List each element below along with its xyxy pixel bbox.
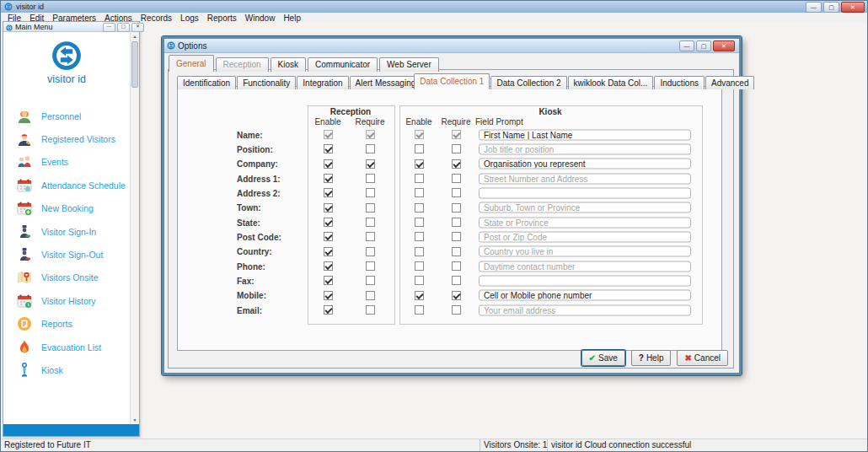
subtab-data-collection-2[interactable]: Data Collection 2 [490,76,566,89]
menu-item-logs[interactable]: Logs [176,13,203,23]
reception-enable-checkbox[interactable] [324,174,333,183]
field-prompt-input[interactable] [479,159,691,170]
close-button[interactable]: ✕ [713,40,735,51]
reception-enable-checkbox[interactable] [324,232,333,241]
subtab-advanced[interactable]: Advanced [705,76,754,89]
tab-reception[interactable]: Reception [216,57,269,72]
help-button[interactable]: ? Help [631,350,672,366]
menu-item-records[interactable]: Records [137,13,176,23]
reception-require-checkbox[interactable] [366,247,375,256]
reception-enable-checkbox[interactable] [324,291,333,300]
reception-require-checkbox[interactable] [366,276,375,285]
field-prompt-input[interactable] [479,261,691,272]
reception-require-checkbox[interactable] [366,305,375,315]
sidebar-item-visitor-sign-out[interactable]: Visitor Sign-Out [3,243,130,266]
scrollbar[interactable]: ▲ ▼ [130,32,139,424]
reception-require-checkbox[interactable] [366,232,375,241]
reception-enable-checkbox[interactable] [324,261,333,271]
reception-require-checkbox[interactable] [366,261,375,271]
kiosk-enable-checkbox[interactable] [415,276,424,285]
reception-require-checkbox[interactable] [366,144,375,153]
subtab-inductions[interactable]: Inductions [654,76,705,89]
tab-web-server[interactable]: Web Server [379,57,439,72]
reception-enable-checkbox[interactable] [324,276,333,285]
sidebar-item-reports[interactable]: Reports [3,313,130,336]
field-prompt-input[interactable] [479,290,691,301]
reception-enable-checkbox[interactable] [324,218,333,227]
kiosk-require-checkbox[interactable] [452,203,461,213]
kiosk-require-checkbox[interactable] [452,291,461,300]
minimize-button[interactable]: — [103,23,115,32]
save-button[interactable]: ✔ Save [581,350,625,366]
field-prompt-input[interactable] [479,173,691,184]
scroll-up-icon[interactable]: ▲ [131,32,139,40]
scroll-down-icon[interactable]: ▼ [131,416,139,424]
reception-enable-checkbox[interactable] [324,305,333,315]
kiosk-enable-checkbox[interactable] [415,232,424,241]
kiosk-require-checkbox[interactable] [452,188,461,197]
menu-item-reports[interactable]: Reports [203,13,241,23]
menu-item-window[interactable]: Window [241,13,280,23]
kiosk-require-checkbox[interactable] [452,174,461,183]
reception-require-checkbox[interactable] [366,159,375,169]
menu-item-help[interactable]: Help [279,13,305,23]
kiosk-require-checkbox[interactable] [452,247,461,256]
minimize-button[interactable]: — [679,40,694,51]
reception-enable-checkbox[interactable] [324,203,333,213]
cancel-button[interactable]: ✖ Cancel [677,350,728,366]
close-button[interactable]: ✕ [841,2,865,13]
reception-require-checkbox[interactable] [366,188,375,197]
sidebar-item-visitor-sign-in[interactable]: Visitor Sign-In [3,220,130,243]
kiosk-require-checkbox[interactable] [452,276,461,285]
reception-enable-checkbox[interactable] [324,188,333,197]
sidebar-item-attendance-schedule[interactable]: Attendance Schedule [3,174,130,196]
subtab-kwiklook-data-collection[interactable]: kwiklook Data Col... [568,76,654,89]
sidebar-item-visitor-history[interactable]: Visitor History [3,289,130,312]
reception-require-checkbox[interactable] [366,203,375,213]
close-button[interactable]: ✕ [131,23,144,32]
subtab-integration[interactable]: Integration [297,76,348,89]
kiosk-enable-checkbox[interactable] [415,291,424,300]
field-prompt-input[interactable] [479,202,691,213]
kiosk-enable-checkbox[interactable] [415,305,424,315]
tab-communicator[interactable]: Communicator [308,57,378,72]
kiosk-require-checkbox[interactable] [452,144,461,153]
reception-require-checkbox[interactable] [366,174,375,183]
kiosk-enable-checkbox[interactable] [415,218,424,227]
field-prompt-input[interactable] [479,143,691,154]
subtab-data-collection-1[interactable]: Data Collection 1 [414,73,490,89]
kiosk-enable-checkbox[interactable] [415,159,424,169]
reception-enable-checkbox[interactable] [324,247,333,256]
tab-kiosk[interactable]: Kiosk [271,57,306,72]
field-prompt-input[interactable] [479,129,691,140]
field-prompt-input[interactable] [479,304,691,315]
kiosk-enable-checkbox[interactable] [415,144,424,153]
kiosk-require-checkbox[interactable] [452,261,461,271]
kiosk-enable-checkbox[interactable] [415,247,424,256]
maximize-button[interactable]: ▢ [696,40,711,51]
sidebar-item-events[interactable]: Events [3,151,130,174]
kiosk-enable-checkbox[interactable] [415,261,424,271]
kiosk-enable-checkbox[interactable] [415,203,424,213]
reception-enable-checkbox[interactable] [324,144,333,153]
maximize-button[interactable]: ▢ [117,23,130,32]
sidebar-item-visitors-onsite[interactable]: Visitors Onsite [3,266,130,289]
minimize-button[interactable]: — [806,2,822,13]
kiosk-enable-checkbox[interactable] [415,174,424,183]
sidebar-item-registered-visitors[interactable]: Registered Visitors [3,127,130,150]
kiosk-require-checkbox[interactable] [452,232,461,241]
sidebar-item-kiosk[interactable]: Kiosk [3,358,130,381]
field-prompt-input[interactable] [479,275,691,286]
restore-button[interactable]: ▢ [823,2,839,13]
subtab-alert-messaging[interactable]: Alert Messaging [350,76,422,89]
subtab-identification[interactable]: Identification [177,76,236,89]
kiosk-require-checkbox[interactable] [452,218,461,227]
field-prompt-input[interactable] [479,231,691,242]
reception-enable-checkbox[interactable] [324,159,333,169]
kiosk-enable-checkbox[interactable] [415,188,424,197]
kiosk-require-checkbox[interactable] [452,305,461,315]
field-prompt-input[interactable] [479,187,691,198]
sidebar-item-new-booking[interactable]: New Booking [3,197,130,220]
reception-require-checkbox[interactable] [366,218,375,227]
sidebar-item-evacuation-list[interactable]: Evacuation List [3,336,130,358]
